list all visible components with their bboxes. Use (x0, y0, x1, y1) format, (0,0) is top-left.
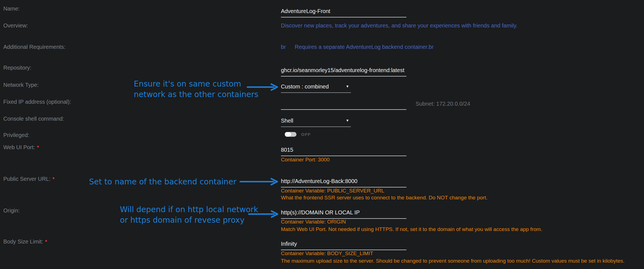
console-shell-label: Console shell command: (3, 115, 64, 122)
privileged-toggle[interactable] (285, 132, 296, 137)
network-annotation: Ensure it's on same custom network as th… (134, 79, 258, 100)
name-input[interactable]: AdventureLog-Front (281, 8, 406, 17)
public-server-url-annotation-arrow (240, 178, 279, 186)
additional-requirements-label: Additional Requirements: (3, 44, 65, 50)
dropdown-arrow-icon: ▼ (346, 117, 351, 124)
privileged-state: OFF (301, 132, 311, 137)
body-size-limit-variable: Container Variable: BODY_SIZE_LIMIT (281, 250, 373, 257)
console-shell-select[interactable]: Shell ▼ (281, 117, 351, 127)
public-server-url-label: Public Server URL:* (3, 176, 54, 182)
public-server-url-input[interactable]: http://AdventureLog-Back:8000 (281, 178, 406, 187)
network-type-label: Network Type: (3, 82, 39, 88)
origin-annotation: Will depend if on http local network or … (120, 204, 258, 225)
public-server-url-variable: Container Variable: PUBLIC_SERVER_URL (281, 188, 384, 194)
additional-requirements-prefix: br (281, 44, 286, 50)
arrow-right-icon (247, 83, 279, 91)
public-server-url-help: What the frontend SSR server uses to con… (281, 195, 487, 201)
webui-port-label: Web UI Port:* (3, 144, 39, 151)
required-asterisk: * (45, 239, 47, 245)
origin-annotation-arrow (248, 210, 279, 218)
network-annotation-arrow (247, 83, 279, 91)
overview-label: Overview: (3, 22, 28, 29)
container-port-help: Container Port: 3000 (281, 157, 329, 163)
network-type-selected: Custom : combined (281, 83, 329, 90)
additional-requirements-value: br Requires a separate AdventureLog back… (281, 44, 434, 50)
subnet-info: Subnet: 172.20.0.0/24 (416, 100, 470, 107)
arrow-right-icon (248, 210, 279, 218)
additional-requirements-text: Requires a separate AdventureLog backend… (295, 44, 434, 50)
required-asterisk: * (37, 145, 39, 150)
console-shell-selected: Shell (281, 117, 293, 124)
network-annotation-line2: network as the other containers (134, 89, 258, 100)
privileged-label: Privileged: (3, 132, 29, 138)
origin-variable: Container Variable: ORIGIN (281, 219, 346, 225)
origin-annotation-line2: or https domain of revese proxy (120, 215, 258, 225)
body-size-limit-input[interactable]: Infinity (281, 240, 406, 250)
origin-label: Origin: (3, 207, 20, 214)
required-asterisk: * (52, 176, 54, 182)
body-size-limit-help: The maximum upload size to the server. S… (281, 258, 625, 264)
public-server-url-annotation-line1: Set to name of the backend container (89, 177, 237, 187)
privileged-toggle-row: OFF (285, 132, 311, 137)
webui-port-input[interactable]: 8015 (281, 146, 406, 156)
body-size-limit-label: Body Size Limit:* (3, 238, 47, 245)
overview-value: Discover new places, track your adventur… (281, 22, 517, 29)
origin-help: Match Web UI Port. Not needed if using H… (281, 226, 542, 232)
docker-container-template-form: Name: Overview: Additional Requirements:… (0, 0, 644, 269)
network-type-select[interactable]: Custom : combined ▼ (281, 83, 351, 93)
repository-label: Repository: (3, 64, 31, 71)
origin-annotation-line1: Will depend if on http local network (120, 204, 258, 215)
toggle-knob (285, 132, 291, 137)
arrow-right-icon (240, 178, 279, 186)
fixed-ip-input[interactable] (281, 100, 406, 110)
repository-input[interactable]: ghcr.io/seanmorley15/adventurelog-fronte… (281, 67, 406, 77)
dropdown-arrow-icon: ▼ (346, 83, 351, 90)
public-server-url-annotation: Set to name of the backend container (89, 177, 237, 187)
origin-input[interactable]: http(s)://DOMAIN OR LOCAL IP (281, 209, 406, 219)
name-label: Name: (3, 5, 20, 12)
network-annotation-line1: Ensure it's on same custom (134, 79, 258, 89)
fixed-ip-label: Fixed IP address (optional): (3, 98, 71, 105)
